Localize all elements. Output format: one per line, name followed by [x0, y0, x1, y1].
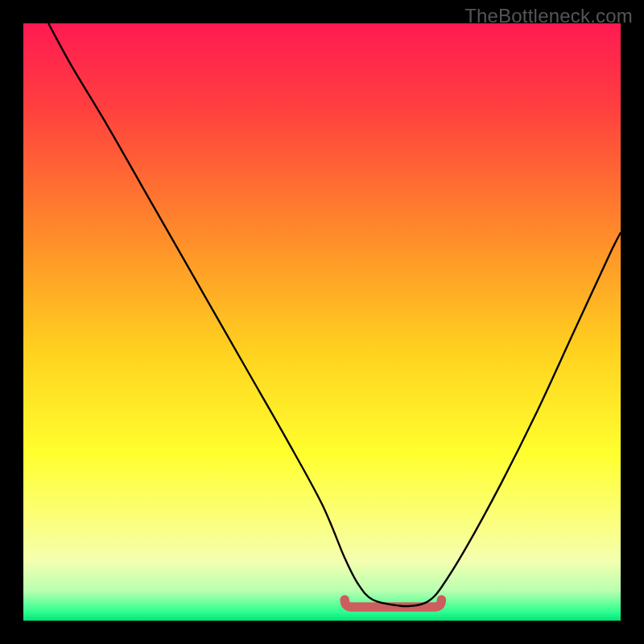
watermark-text: TheBottleneck.com: [464, 5, 633, 27]
plot-area: [23, 23, 621, 621]
chart-frame: TheBottleneck.com: [0, 0, 644, 644]
bottleneck-curve: [23, 23, 621, 621]
